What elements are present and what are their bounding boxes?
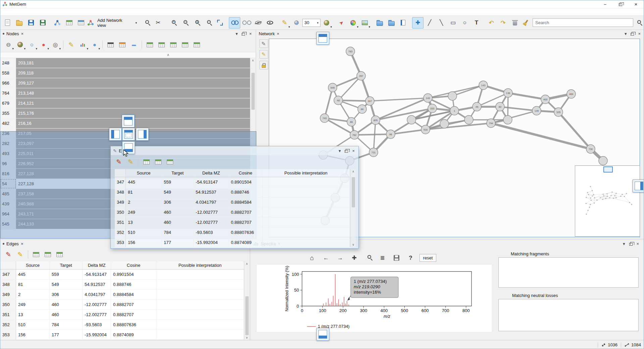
pan-button[interactable]: ✚ <box>349 253 360 263</box>
network-minimap[interactable] <box>575 165 640 237</box>
node-row[interactable]: 248203,181 <box>0 58 250 68</box>
network-node[interactable] <box>599 156 607 165</box>
dock-indicator-top[interactable] <box>122 115 135 128</box>
row-separator-button[interactable]: ▬ <box>129 39 139 50</box>
float-icon[interactable] <box>629 243 633 246</box>
dock-indicator-right[interactable] <box>136 128 149 141</box>
freeze-columns-button-1[interactable] <box>144 39 155 50</box>
fit-view-button[interactable] <box>214 17 226 29</box>
paste-button[interactable] <box>75 17 87 29</box>
clear-button[interactable] <box>521 17 532 29</box>
move-tool-button[interactable]: ✚ <box>412 17 424 29</box>
show-isolated-nodes-button[interactable] <box>264 17 276 29</box>
edge-row[interactable]: 353156177-15.9920040.8874089 <box>115 238 350 248</box>
freeze-columns-button-4[interactable] <box>180 39 190 50</box>
freeze-columns-button-3[interactable] <box>168 39 179 50</box>
lock-view-button[interactable] <box>259 61 268 69</box>
zoom-reset-button[interactable]: 1 <box>191 17 202 29</box>
dock-menu-icon[interactable]: ▾ <box>339 148 341 153</box>
network-edge[interactable] <box>370 98 428 101</box>
node-row[interactable]: 966209,127 <box>0 78 250 88</box>
close-icon[interactable]: × <box>637 241 639 246</box>
network-edge[interactable] <box>333 76 361 88</box>
edge-row[interactable]: 35113460-12.0027770.8882707 <box>0 310 244 320</box>
minimap-viewport[interactable] <box>603 166 613 172</box>
edge-row[interactable]: 350249460-12.0027770.8882707 <box>115 207 350 217</box>
close-icon[interactable]: × <box>21 31 24 36</box>
close-icon[interactable]: × <box>21 241 23 246</box>
save-as-button[interactable] <box>37 17 48 29</box>
scroll-down-icon[interactable]: ∨ <box>352 242 354 247</box>
edges-table-view-2[interactable] <box>153 156 163 167</box>
edge-column-header[interactable]: Cosine <box>229 169 262 177</box>
edit-edge-button[interactable]: ✎ <box>3 249 14 260</box>
node-row[interactable]: 558209,118 <box>0 68 250 78</box>
find-button[interactable] <box>141 17 152 29</box>
edge-row[interactable]: 347445559-54.9131470.8901504 <box>115 177 350 187</box>
highlight-edge-button[interactable]: ✎ <box>15 249 26 260</box>
hide-isolated-nodes-button[interactable] <box>252 17 264 29</box>
network-node[interactable] <box>440 119 449 128</box>
highlight-pen-button[interactable]: ✎ <box>66 39 77 50</box>
close-icon[interactable]: × <box>277 31 280 36</box>
edges-table-view-3[interactable] <box>164 156 175 167</box>
network-edge[interactable] <box>354 134 391 135</box>
scrollbar-thumb[interactable] <box>245 296 249 335</box>
dock-edge-indicator-bottom[interactable] <box>316 328 329 341</box>
minimize-button[interactable]: – <box>597 0 613 8</box>
open-file-button[interactable] <box>13 17 25 29</box>
network-edge[interactable] <box>374 120 376 152</box>
node-color-button[interactable]: ▾ <box>15 39 26 50</box>
network-edge[interactable] <box>508 93 545 99</box>
forward-button[interactable]: → <box>335 253 346 263</box>
group-mappings-button[interactable] <box>386 17 397 29</box>
undo-button[interactable]: ↶ <box>486 17 497 29</box>
edge-column-header[interactable]: Delta MZ <box>194 169 229 177</box>
edit-edge-button[interactable]: ✎ <box>113 156 124 167</box>
zoom-selection-button[interactable]: ▫ <box>202 17 214 29</box>
edge-column-header[interactable]: Source <box>126 169 162 177</box>
edges-table-view-3[interactable] <box>54 249 65 260</box>
library-button[interactable] <box>397 17 409 29</box>
home-button[interactable]: ⌂ <box>307 253 317 263</box>
scroll-up-icon[interactable]: ∧ <box>352 169 354 174</box>
zoom-rect-button[interactable] <box>363 253 374 263</box>
edge-column-header[interactable]: Possible interpretation <box>156 261 244 269</box>
link-views-button[interactable] <box>229 17 240 29</box>
network-edge[interactable] <box>452 85 483 96</box>
highlight-edge-button[interactable]: ✎ <box>125 156 136 167</box>
table-dark-button[interactable] <box>105 39 116 50</box>
dock-menu-icon[interactable]: ▾ <box>623 241 625 246</box>
save-figure-button[interactable] <box>391 253 402 263</box>
edge-row[interactable]: 3488154954.9125370.888746 <box>0 280 244 290</box>
redo-button[interactable]: ↷ <box>497 17 509 29</box>
annotate-button[interactable]: ✎ <box>259 50 268 59</box>
highlight-red-button[interactable]: ●▾ <box>38 39 49 50</box>
zoom-out-button[interactable]: − <box>179 17 190 29</box>
network-edge[interactable] <box>558 112 591 149</box>
hide-columns-button[interactable]: ⊖▾ <box>3 39 14 50</box>
select-circle-button[interactable]: ○▾ <box>27 39 37 50</box>
freeze-columns-button-2[interactable] <box>156 39 167 50</box>
edge-column-header[interactable]: Target <box>162 169 194 177</box>
close-icon[interactable]: × <box>352 148 355 153</box>
floating-edges-panel[interactable]: ✎ E ▾ × ✎ ✎ SourceTargetDelta MZCosinePo… <box>110 146 359 249</box>
draw-arrow-button[interactable]: ╲ <box>436 17 447 29</box>
color-mapping-button[interactable]: ▾ <box>321 17 332 29</box>
edge-column-header[interactable]: Possible interpretation <box>262 169 350 177</box>
network-node[interactable] <box>407 115 416 124</box>
dock-edge-indicator-top[interactable] <box>316 32 329 45</box>
scroll-up-icon[interactable]: ∧ <box>246 261 248 266</box>
network-node[interactable] <box>448 92 457 100</box>
color-nodes-button[interactable]: ✎▾ <box>279 17 290 29</box>
add-network-view-button[interactable]: Add Network view ▾ <box>87 17 137 29</box>
configure-plot-button[interactable]: ≣ <box>377 253 388 263</box>
network-node[interactable] <box>503 115 512 124</box>
edge-row[interactable]: 347445559-54.9131470.8901504 <box>0 269 244 280</box>
float-icon[interactable] <box>345 150 348 153</box>
draw-ellipse-button[interactable]: ○ <box>459 17 470 29</box>
spectrum-figure[interactable]: 0501000100200300400500600700800Normalize… <box>257 265 492 332</box>
node-size-select[interactable]: 30 ▾ <box>302 19 320 27</box>
matching-fragments-box[interactable] <box>498 257 639 288</box>
search-input[interactable] <box>533 18 633 27</box>
